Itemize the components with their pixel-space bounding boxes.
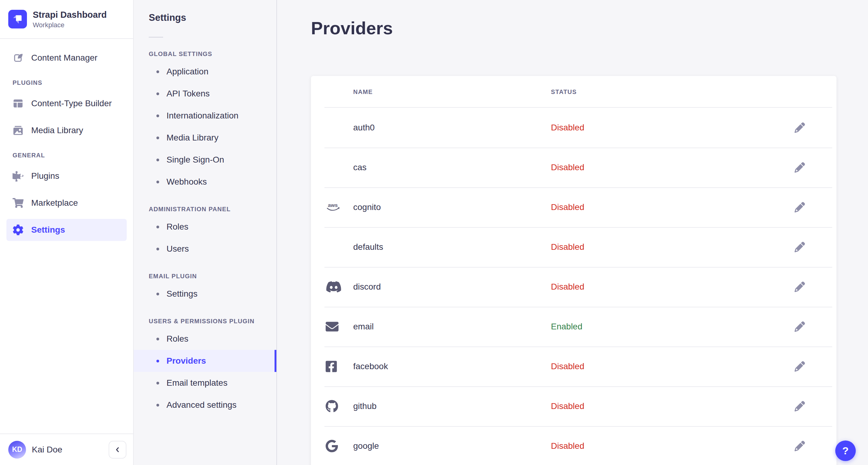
subnav-section: USERS & PERMISSIONS PLUGIN Roles Provide… bbox=[134, 318, 276, 416]
edit-provider-button[interactable] bbox=[793, 200, 807, 215]
marketplace-icon bbox=[12, 197, 24, 209]
pencil-icon bbox=[795, 282, 805, 292]
nav-item-media-library[interactable]: Media Library bbox=[6, 119, 127, 142]
nav-item-plugins[interactable]: Plugins bbox=[6, 165, 127, 187]
main-sidebar: Strapi Dashboard Workplace Content Manag… bbox=[0, 0, 134, 465]
pencil-icon bbox=[795, 321, 805, 332]
subnav-item-api-tokens[interactable]: API Tokens bbox=[134, 83, 276, 105]
brand-text: Strapi Dashboard Workplace bbox=[33, 9, 107, 29]
nav-item-label: Content Manager bbox=[31, 53, 97, 63]
subnav-section-title: ADMINISTRATION PANEL bbox=[134, 206, 276, 213]
edit-provider-button[interactable] bbox=[793, 359, 807, 374]
settings-subnav: Settings GLOBAL SETTINGS Application API… bbox=[134, 0, 277, 465]
subnav-item-label: Settings bbox=[166, 289, 197, 299]
table-body: auth0 Disabled cas Disabled cognito Disa… bbox=[311, 108, 836, 465]
provider-row-github: github Disabled bbox=[311, 386, 836, 426]
email-icon bbox=[326, 320, 339, 333]
edit-provider-button[interactable] bbox=[793, 160, 807, 175]
provider-status: Disabled bbox=[551, 282, 793, 292]
provider-actions bbox=[793, 439, 836, 453]
app-title: Strapi Dashboard bbox=[33, 9, 107, 20]
subnav-item-media-library[interactable]: Media Library bbox=[134, 127, 276, 149]
subnav-item-application[interactable]: Application bbox=[134, 61, 276, 83]
subnav-item-label: API Tokens bbox=[166, 89, 210, 99]
subnav-item-roles[interactable]: Roles bbox=[134, 216, 276, 238]
edit-provider-button[interactable] bbox=[793, 240, 807, 254]
provider-actions bbox=[793, 200, 836, 215]
subnav-item-label: Single Sign-On bbox=[166, 155, 224, 165]
bullet-icon bbox=[156, 293, 159, 296]
provider-row-auth0: auth0 Disabled bbox=[311, 108, 836, 148]
subnav-item-label: Advanced settings bbox=[166, 400, 237, 410]
provider-name: email bbox=[353, 322, 551, 332]
provider-actions bbox=[793, 359, 836, 374]
provider-icon-cell bbox=[326, 280, 353, 293]
help-button[interactable]: ? bbox=[835, 440, 856, 461]
subnav-item-settings[interactable]: Settings bbox=[134, 283, 276, 305]
subnav-item-single-sign-on[interactable]: Single Sign-On bbox=[134, 149, 276, 171]
provider-name: auth0 bbox=[353, 123, 551, 132]
subnav-list: Settings bbox=[134, 283, 276, 305]
subnav-section: GLOBAL SETTINGS Application API Tokens I… bbox=[134, 51, 276, 193]
provider-row-cognito: cognito Disabled bbox=[311, 187, 836, 227]
brand-block[interactable]: Strapi Dashboard Workplace bbox=[0, 0, 133, 39]
aws-icon bbox=[326, 203, 341, 212]
provider-actions bbox=[793, 399, 836, 413]
subnav-section-title: GLOBAL SETTINGS bbox=[134, 51, 276, 58]
subnav-sections: GLOBAL SETTINGS Application API Tokens I… bbox=[134, 51, 276, 416]
subnav-section-title: USERS & PERMISSIONS PLUGIN bbox=[134, 318, 276, 325]
provider-actions bbox=[793, 279, 836, 294]
subnav-item-label: Internationalization bbox=[166, 111, 239, 121]
subnav-divider bbox=[149, 37, 163, 38]
strapi-logo-icon bbox=[8, 10, 27, 28]
edit-provider-button[interactable] bbox=[793, 279, 807, 294]
subnav-item-roles[interactable]: Roles bbox=[134, 328, 276, 350]
column-header-status: STATUS bbox=[551, 89, 577, 95]
nav-item-content-manager[interactable]: Content Manager bbox=[6, 47, 127, 69]
provider-name: cas bbox=[353, 162, 551, 172]
subnav-list: Roles Users bbox=[134, 216, 276, 260]
edit-provider-button[interactable] bbox=[793, 439, 807, 453]
edit-provider-button[interactable] bbox=[793, 120, 807, 135]
provider-name: google bbox=[353, 441, 551, 451]
discord-icon bbox=[326, 280, 342, 293]
nav-item-settings[interactable]: Settings bbox=[6, 219, 127, 241]
subnav-item-email-templates[interactable]: Email templates bbox=[134, 372, 276, 394]
provider-icon-cell bbox=[326, 400, 353, 413]
user-avatar[interactable]: KD bbox=[8, 441, 26, 459]
subnav-section: EMAIL PLUGIN Settings bbox=[134, 273, 276, 305]
subnav-item-users[interactable]: Users bbox=[134, 238, 276, 260]
user-name: Kai Doe bbox=[32, 445, 103, 455]
provider-actions bbox=[793, 160, 836, 175]
subnav-section-title: EMAIL PLUGIN bbox=[134, 273, 276, 280]
provider-status: Disabled bbox=[551, 123, 793, 132]
provider-status: Disabled bbox=[551, 242, 793, 252]
collapse-sidebar-button[interactable] bbox=[108, 441, 126, 459]
main-nav-list: Content Manager PLUGINS Content-Type Bui… bbox=[0, 39, 133, 433]
settings-gear-icon bbox=[12, 224, 24, 236]
nav-item-marketplace[interactable]: Marketplace bbox=[6, 192, 127, 214]
edit-provider-button[interactable] bbox=[793, 399, 807, 413]
provider-status: Disabled bbox=[551, 362, 793, 371]
subnav-item-advanced-settings[interactable]: Advanced settings bbox=[134, 394, 276, 416]
edit-provider-button[interactable] bbox=[793, 319, 807, 334]
provider-actions bbox=[793, 120, 836, 135]
provider-name: discord bbox=[353, 282, 551, 292]
subnav-item-label: Roles bbox=[166, 334, 189, 344]
sidebar-footer: KD Kai Doe bbox=[0, 433, 133, 465]
content-manager-icon bbox=[12, 52, 24, 63]
subnav-item-webhooks[interactable]: Webhooks bbox=[134, 171, 276, 193]
pencil-icon bbox=[795, 441, 805, 451]
bullet-icon bbox=[156, 382, 159, 384]
pencil-icon bbox=[795, 401, 805, 411]
provider-row-facebook: facebook Disabled bbox=[311, 346, 836, 386]
subnav-item-providers[interactable]: Providers bbox=[134, 350, 276, 372]
pencil-icon bbox=[795, 361, 805, 372]
bullet-icon bbox=[156, 404, 159, 406]
nav-item-content-type-builder[interactable]: Content-Type Builder bbox=[6, 92, 127, 115]
subnav-item-internationalization[interactable]: Internationalization bbox=[134, 105, 276, 127]
subnav-item-label: Providers bbox=[166, 356, 206, 366]
subnav-item-label: Webhooks bbox=[166, 177, 207, 187]
nav-section-plugins: PLUGINS bbox=[12, 79, 127, 86]
pencil-icon bbox=[795, 162, 805, 173]
